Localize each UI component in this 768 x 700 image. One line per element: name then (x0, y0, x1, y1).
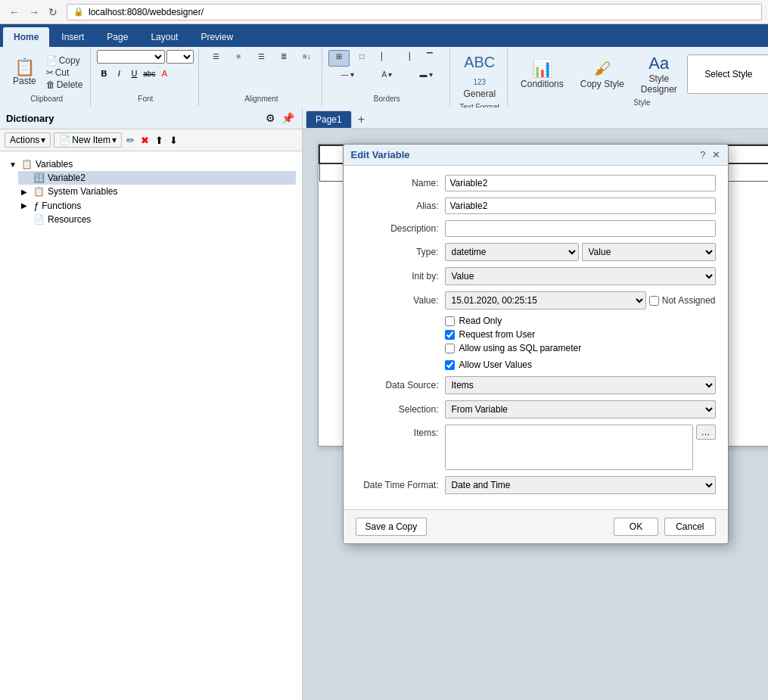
init-by-select[interactable]: Value Expression (445, 267, 716, 285)
copy-style-button[interactable]: 🖌 Copy Style (574, 55, 631, 93)
dialog-header-actions: ? ✕ (700, 149, 720, 160)
cut-button[interactable]: ✂ Cut (43, 67, 86, 79)
nav-back[interactable]: ← (6, 5, 23, 20)
font-size-select[interactable] (166, 50, 194, 64)
datetime-format-select[interactable]: Date and Time Date Time (445, 476, 716, 494)
underline-button[interactable]: U (127, 67, 141, 80)
conditions-button[interactable]: 📊 Conditions (514, 55, 571, 93)
dialog-close-button[interactable]: ✕ (712, 149, 720, 160)
border-outer-button[interactable]: □ (351, 50, 372, 67)
align-justify-button[interactable]: ≣ (273, 50, 294, 63)
tree-item-variables[interactable]: ▼ 📋 Variables (6, 157, 296, 171)
allow-sql-row: Allow using as SQL parameter (445, 343, 716, 353)
sidebar-toolbar: Actions ▾ 📄 New Item ▾ ✏ ✖ ⬆ ⬇ (0, 129, 302, 151)
tab-preview[interactable]: Preview (190, 27, 244, 47)
align-left-button[interactable]: ☰ (205, 50, 226, 63)
ok-button[interactable]: OK (614, 518, 658, 536)
font-color-button[interactable]: A (157, 67, 171, 80)
nav-refresh[interactable]: ↻ (45, 5, 61, 20)
request-from-user-label: Request from User (459, 329, 536, 340)
alignment-content: ☰ ≡ ☰ ≣ ≡↓ (205, 50, 317, 95)
selection-row: Selection: From Variable From SQL (356, 400, 716, 418)
expand-icon-functions: ▶ (21, 201, 30, 210)
tab-insert[interactable]: Insert (51, 27, 95, 47)
allow-sql-checkbox[interactable] (445, 344, 455, 353)
name-input[interactable] (445, 175, 716, 191)
text-format-button[interactable]: ABC123 General (456, 50, 502, 103)
init-by-label: Init by: (356, 271, 439, 282)
border-all-button[interactable]: ⊞ (328, 50, 350, 67)
checkboxes-row: Read Only Request from User Allow using … (356, 316, 716, 353)
border-right-button[interactable]: ▕ (396, 50, 418, 67)
copy-button[interactable]: 📄 Copy (43, 54, 86, 67)
description-row: Description: (356, 220, 716, 237)
description-input[interactable] (445, 220, 716, 237)
border-style-button[interactable]: — ▾ (328, 68, 366, 81)
select-style-button[interactable]: Select Style (687, 54, 768, 94)
name-row: Name: (356, 175, 716, 191)
new-item-button[interactable]: 📄 New Item ▾ (54, 132, 122, 148)
delete-tree-button[interactable]: ✖ (139, 133, 151, 148)
variables-label: Variables (36, 159, 73, 170)
border-color-button[interactable]: A ▾ (368, 68, 406, 81)
tree-item-system-variables[interactable]: ▶ 📋 System Variables (18, 185, 296, 198)
actions-dropdown-button[interactable]: Actions ▾ (5, 132, 51, 148)
allow-user-values-checkbox[interactable] (445, 360, 455, 370)
value-select[interactable]: 15.01.2020, 00:25:15 (445, 291, 646, 310)
selection-select[interactable]: From Variable From SQL (445, 400, 716, 418)
delete-button[interactable]: 🗑 Delete (43, 79, 86, 91)
edit-button[interactable]: ✏ (125, 133, 136, 148)
cancel-button[interactable]: Cancel (664, 518, 715, 536)
sidebar-pin-button[interactable]: 📌 (280, 110, 296, 126)
strikethrough-button[interactable]: abc (142, 67, 156, 80)
border-shadow-button[interactable]: ▬ ▾ (407, 68, 445, 81)
tree-item-functions[interactable]: ▶ ƒ Functions (18, 198, 296, 213)
url-bar[interactable]: 🔒 localhost:8080/webdesigner/ (67, 4, 762, 20)
font-name-select[interactable] (97, 50, 165, 64)
tree-item-variable2[interactable]: 🔢 Variable2 (18, 171, 296, 185)
style-designer-label: StyleDesigner (641, 73, 677, 95)
align-right-button[interactable]: ☰ (250, 50, 272, 63)
paste-label: Paste (13, 76, 36, 86)
data-source-select[interactable]: Items SQL Variable (445, 376, 716, 394)
not-assigned-checkbox[interactable] (649, 296, 659, 306)
functions-label: Functions (42, 201, 81, 211)
style-designer-icon: Aa (648, 54, 669, 73)
items-row: Items: … (356, 425, 716, 470)
dialog-help-button[interactable]: ? (700, 149, 705, 160)
ribbon: Home Insert Page Layout Preview 📋 Paste … (0, 24, 768, 107)
items-textarea[interactable] (445, 425, 693, 470)
border-top-button[interactable]: ▔ (419, 50, 440, 67)
datetime-format-label: Date Time Format: (356, 480, 439, 490)
font-label: Font (138, 95, 153, 104)
tab-home[interactable]: Home (3, 27, 49, 47)
items-browse-button[interactable]: … (696, 425, 716, 440)
tree-item-resources[interactable]: 📄 Resources (18, 213, 296, 226)
type-mode-select[interactable]: Value Expression (582, 243, 716, 261)
borders-label: Borders (374, 95, 400, 104)
save-copy-button[interactable]: Save a Copy (356, 518, 428, 536)
add-page-button[interactable]: + (353, 111, 369, 128)
move-up-button[interactable]: ⬆ (154, 133, 165, 148)
align-more-button[interactable]: ≡↓ (296, 50, 317, 63)
cut-label: Cut (55, 67, 70, 78)
read-only-checkbox[interactable] (445, 316, 455, 326)
tab-layout[interactable]: Layout (140, 27, 188, 47)
paste-button[interactable]: 📋 Paste (8, 57, 42, 89)
alias-input[interactable] (445, 198, 716, 214)
tab-page[interactable]: Page (96, 27, 138, 47)
bold-button[interactable]: B (97, 67, 110, 80)
align-center-button[interactable]: ≡ (228, 50, 249, 63)
border-left-button[interactable]: ▏ (374, 50, 395, 67)
browser-nav: ← → ↻ (6, 5, 61, 20)
move-down-button[interactable]: ⬇ (168, 133, 179, 148)
page1-tab[interactable]: Page1 (306, 110, 352, 128)
style-designer-button[interactable]: Aa StyleDesigner (634, 50, 684, 98)
italic-button[interactable]: I (112, 67, 126, 80)
delete-label: Delete (57, 79, 83, 90)
type-select[interactable]: datetime string integer float (445, 243, 579, 261)
request-from-user-checkbox[interactable] (445, 330, 455, 340)
alias-label: Alias: (356, 201, 439, 211)
sidebar-settings-button[interactable]: ⚙ (264, 110, 277, 126)
nav-forward[interactable]: → (26, 5, 42, 20)
